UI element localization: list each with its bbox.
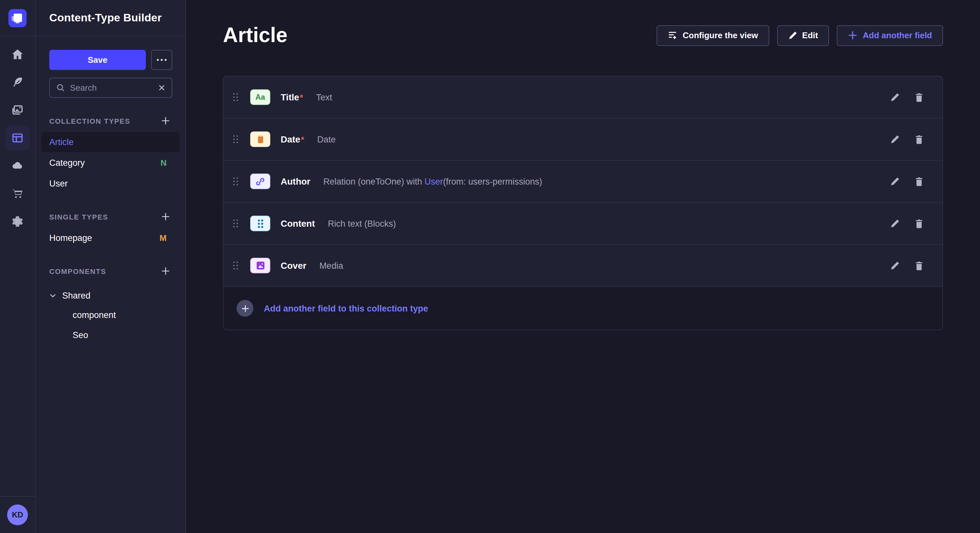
drag-handle-icon[interactable] [231, 132, 241, 146]
add-field-footer-button[interactable]: Add another field to this collection typ… [224, 287, 942, 330]
cloud-icon[interactable] [5, 154, 30, 178]
plus-icon [848, 30, 858, 40]
edit-pencil-icon [788, 31, 797, 40]
relation-target-link[interactable]: User [425, 176, 443, 186]
edit-field-icon[interactable] [885, 172, 904, 190]
delete-field-icon[interactable] [910, 130, 928, 148]
single-types-label: SINGLE TYPES [49, 213, 108, 220]
delete-field-icon[interactable] [910, 257, 928, 274]
sidebar-item-user[interactable]: User [41, 174, 180, 194]
field-type: Text [316, 92, 332, 102]
field-row-title: Aa Title* Text [224, 76, 942, 119]
rail-nav [0, 36, 35, 496]
home-icon[interactable] [5, 42, 30, 67]
components-label: COMPONENTS [49, 267, 106, 275]
collection-types-section: COLLECTION TYPES Article Category N User [49, 115, 172, 194]
drag-handle-icon[interactable] [231, 90, 241, 104]
content-type-builder-icon[interactable] [5, 125, 30, 150]
delete-field-icon[interactable] [910, 214, 928, 233]
homepage-badge: M [159, 233, 167, 243]
date-field-icon [250, 132, 270, 147]
strapi-logo-icon[interactable] [8, 9, 27, 27]
search-box [49, 78, 172, 98]
app-root: KD Content-Type Builder Save [0, 0, 980, 533]
edit-field-icon[interactable] [885, 130, 904, 148]
edit-field-icon[interactable] [885, 257, 904, 274]
drag-handle-icon[interactable] [231, 174, 241, 188]
add-another-field-button[interactable]: Add another field [837, 25, 943, 46]
add-single-type-icon[interactable] [160, 211, 171, 222]
delete-field-icon[interactable] [910, 172, 928, 190]
category-badge: N [161, 158, 167, 168]
chevron-down-icon [49, 292, 56, 299]
sidebar-item-seo[interactable]: Seo [49, 325, 172, 345]
content-type-builder-sidebar: Content-Type Builder Save COLLECTION TYP… [36, 0, 186, 533]
more-options-button[interactable] [151, 50, 172, 70]
main-content: Article Configure the view Edit [186, 0, 980, 533]
field-type: Date [317, 134, 336, 144]
search-input[interactable] [70, 83, 153, 93]
sidebar-item-homepage[interactable]: Homepage M [41, 228, 180, 248]
add-collection-type-icon[interactable] [160, 115, 171, 126]
collection-types-label: COLLECTION TYPES [49, 117, 130, 125]
nav-rail: KD [0, 0, 36, 533]
blocks-field-icon [250, 216, 270, 231]
configure-view-icon [668, 30, 678, 40]
rail-logo-area [0, 0, 35, 36]
fields-list: Aa Title* Text Date [223, 76, 943, 330]
edit-field-icon[interactable] [885, 214, 904, 233]
relation-field-icon [250, 174, 270, 189]
field-type: Relation (oneToOne) with User(from: user… [323, 176, 542, 186]
field-type: Rich text (Blocks) [328, 219, 396, 228]
drag-handle-icon[interactable] [231, 259, 241, 272]
feather-icon[interactable] [5, 70, 30, 95]
marketplace-cart-icon[interactable] [5, 181, 30, 206]
save-button[interactable]: Save [49, 50, 146, 70]
sidebar-item-article[interactable]: Article [41, 132, 180, 152]
drag-handle-icon[interactable] [231, 217, 241, 230]
search-clear-icon[interactable] [158, 84, 165, 91]
configure-view-button[interactable]: Configure the view [657, 25, 769, 46]
delete-field-icon[interactable] [910, 88, 928, 106]
plus-circle-icon [237, 300, 253, 317]
sidebar-item-component[interactable]: component [49, 305, 172, 325]
settings-gear-icon[interactable] [5, 209, 30, 234]
edit-field-icon[interactable] [885, 88, 904, 106]
field-row-content: Content Rich text (Blocks) [224, 203, 942, 245]
sidebar-title: Content-Type Builder [49, 11, 162, 24]
add-field-footer-label: Add another field to this collection typ… [264, 303, 428, 313]
text-field-icon: Aa [250, 89, 270, 105]
field-type: Media [319, 261, 343, 270]
rail-user-area: KD [0, 496, 35, 533]
sidebar-item-category[interactable]: Category N [41, 153, 180, 173]
page-title: Article [223, 23, 288, 47]
single-types-section: SINGLE TYPES Homepage M [49, 211, 172, 248]
components-section: COMPONENTS Shared component Seo [49, 265, 172, 345]
edit-button[interactable]: Edit [777, 25, 829, 46]
field-row-cover: Cover Media [224, 245, 942, 287]
user-avatar[interactable]: KD [7, 504, 28, 525]
sidebar-header: Content-Type Builder [36, 0, 185, 36]
media-library-icon[interactable] [5, 98, 30, 122]
media-field-icon [250, 258, 270, 273]
field-row-date: Date* Date [224, 119, 942, 160]
search-icon [56, 84, 65, 92]
field-row-author: Author Relation (oneToOne) with User(fro… [224, 160, 942, 203]
add-component-icon[interactable] [160, 265, 171, 276]
component-group-shared[interactable]: Shared [49, 286, 172, 305]
